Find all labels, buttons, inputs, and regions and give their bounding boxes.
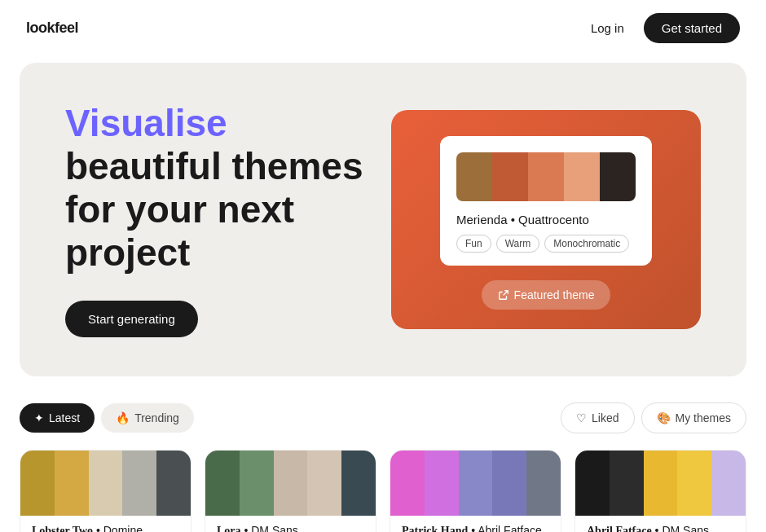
- get-started-button[interactable]: Get started: [644, 13, 740, 43]
- swatch-1: [390, 451, 425, 516]
- swatch-1: [20, 451, 55, 516]
- swatch-2: [240, 451, 274, 516]
- font-serif: Lora: [217, 525, 241, 532]
- logo: lookfeel: [26, 20, 78, 37]
- swatch-4: [492, 451, 526, 516]
- hero-title-accent: Visualise: [65, 102, 227, 144]
- theme-name: Abril Fatface • DM Sans: [587, 524, 734, 532]
- theme-card: Lora • DM SansModern·Serif0♡: [205, 450, 376, 532]
- swatch-3: [274, 451, 308, 516]
- swatch-4: [564, 152, 600, 201]
- swatch-1: [456, 152, 492, 201]
- card-tags: Fun Warm Monochromatic: [456, 235, 636, 253]
- theme-card-body: Patrick Hand • Abril FatfacePastel·Monoc…: [390, 516, 561, 532]
- hero-card-wrapper: Merienda • Quattrocento Fun Warm Monochr…: [391, 110, 701, 329]
- theme-card-body: Lobster Two • DomineModern·Professional·…: [20, 516, 191, 532]
- swatch-5: [711, 451, 746, 516]
- theme-card: Abril Fatface • DM SansModern·Bright·3 C…: [574, 450, 746, 532]
- swatch-5: [341, 451, 376, 516]
- theme-name: Patrick Hand • Abril Fatface: [402, 524, 549, 532]
- swatch-1: [575, 451, 610, 516]
- login-button[interactable]: Log in: [581, 15, 634, 42]
- liked-filter-button[interactable]: ♡ Liked: [561, 402, 634, 433]
- theme-card: Patrick Hand • Abril FatfacePastel·Monoc…: [390, 450, 561, 532]
- swatch-4: [122, 451, 156, 516]
- swatch-3: [89, 451, 123, 516]
- featured-theme-card: Merienda • Quattrocento Fun Warm Monochr…: [440, 136, 652, 266]
- theme-name: Lora • DM Sans: [217, 524, 364, 532]
- swatch-2: [425, 451, 459, 516]
- theme-color-strip: [390, 451, 561, 516]
- theme-card-body: Lora • DM SansModern·Serif0♡: [205, 516, 376, 532]
- theme-card-body: Abril Fatface • DM SansModern·Bright·3 C…: [575, 516, 746, 532]
- featured-theme-label: Featured theme: [514, 288, 595, 301]
- swatch-5: [600, 152, 636, 201]
- tab-latest-label: Latest: [49, 411, 80, 424]
- swatch-1: [205, 451, 240, 516]
- my-themes-filter-button[interactable]: 🎨 My themes: [641, 402, 746, 433]
- tabs-left: ✦ Latest 🔥 Trending: [20, 403, 194, 433]
- font-serif: Lobster Two: [32, 525, 93, 532]
- tabs-row: ✦ Latest 🔥 Trending ♡ Liked 🎨 My themes: [0, 402, 766, 433]
- tag-mono: Monochromatic: [544, 235, 629, 253]
- swatch-4: [307, 451, 341, 516]
- liked-label: Liked: [592, 411, 619, 424]
- theme-color-strip: [205, 451, 376, 516]
- hero-section: Visualise beautiful themes for your next…: [20, 63, 746, 376]
- swatch-3: [644, 451, 678, 516]
- swatch-5: [156, 451, 191, 516]
- tab-trending-label: Trending: [134, 411, 179, 424]
- featured-theme-button[interactable]: Featured theme: [482, 280, 611, 310]
- tag-warm: Warm: [496, 235, 540, 253]
- start-generating-button[interactable]: Start generating: [65, 301, 198, 337]
- tag-fun: Fun: [456, 235, 491, 253]
- swatch-2: [55, 451, 89, 516]
- my-themes-label: My themes: [676, 411, 731, 424]
- font-serif: Abril Fatface: [587, 525, 652, 532]
- theme-color-strip: [575, 451, 746, 516]
- fire-icon: 🔥: [116, 411, 130, 424]
- theme-cards-grid: Lobster Two • DomineModern·Professional·…: [0, 450, 766, 532]
- sparkle-icon: ✦: [34, 411, 44, 424]
- hero-text: Visualise beautiful themes for your next…: [65, 102, 391, 337]
- hero-title-rest: beautiful themes for your next project: [65, 145, 363, 274]
- card-fonts: Merienda • Quattrocento: [456, 213, 636, 226]
- tab-trending[interactable]: 🔥 Trending: [101, 403, 194, 433]
- color-strip: [456, 152, 636, 201]
- font-serif: Patrick Hand: [402, 525, 468, 532]
- swatch-4: [677, 451, 711, 516]
- swatch-2: [610, 451, 644, 516]
- swatch-2: [492, 152, 528, 201]
- nav-actions: Log in Get started: [581, 13, 740, 43]
- hero-title: Visualise beautiful themes for your next…: [65, 102, 391, 275]
- theme-color-strip: [20, 451, 191, 516]
- tab-latest[interactable]: ✦ Latest: [20, 403, 95, 433]
- heart-icon: ♡: [576, 411, 587, 424]
- swatch-3: [459, 451, 493, 516]
- theme-name: Lobster Two • Domine: [32, 524, 179, 532]
- palette-icon: 🎨: [657, 411, 671, 424]
- tabs-right: ♡ Liked 🎨 My themes: [561, 402, 746, 433]
- external-link-icon: [498, 289, 509, 301]
- swatch-5: [526, 451, 561, 516]
- theme-card: Lobster Two • DomineModern·Professional·…: [20, 450, 192, 532]
- navbar: lookfeel Log in Get started: [0, 0, 766, 56]
- swatch-3: [528, 152, 564, 201]
